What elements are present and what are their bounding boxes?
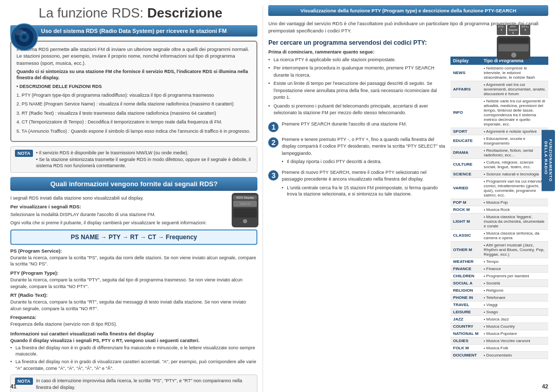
tipo-cell: • Educazione, scuola e insegnamento: [481, 135, 548, 147]
tipo-cell: • Telefonare: [481, 294, 548, 301]
title-main: Descrizione: [147, 5, 222, 21]
nota-box-1: NOTA • Il servizio RDS è disponibile per…: [10, 146, 257, 173]
table-row: DRAMA• Recitazione, fiction, serial radi…: [450, 147, 548, 158]
finestra-bullet-2: La finestra del display non è in grado d…: [10, 359, 257, 371]
table-row: SCIENCE• Scienze naturali e tecnologia: [450, 170, 548, 177]
nota-label-bottom: NOTA: [15, 378, 33, 385]
table-row: NEWS• Notiziario comprese le interviste,…: [450, 65, 548, 81]
display-cell: ROCK M: [450, 206, 481, 213]
display-cell: RELIGION: [450, 287, 481, 294]
display-cell: DRAMA: [450, 147, 481, 158]
step-3-text: Premere di nuovo PTY SEARCH, mentre il c…: [282, 169, 446, 183]
step-3-bullet: L'unità centrale cerca fra le 15 stazion…: [282, 185, 446, 198]
nota-text-bottom: In caso di interruzione improvvisa della…: [36, 378, 253, 390]
col1-header: Display: [450, 57, 481, 65]
right-content-split: •La ricerca PTY è applicabile solo alle …: [268, 57, 548, 359]
bullets-list: •La ricerca PTY è applicabile solo alle …: [268, 57, 446, 117]
num4-label: 4: [498, 28, 505, 31]
step-3: 3 Premere di nuovo PTY SEARCH, mentre il…: [268, 169, 446, 198]
display-cell: TRAVEL: [450, 301, 481, 308]
functions-list: 1. PTY (Program type-tipo di programma r…: [16, 92, 251, 135]
main-title: La funzione RDS: Descrizione: [39, 5, 257, 21]
display-cell: SPORT: [450, 128, 481, 135]
display-cell: NEWS: [450, 65, 481, 81]
steps-col: •La ricerca PTY è applicabile solo alle …: [268, 57, 446, 359]
table-row: WEATHER• Tempo: [450, 258, 548, 265]
finestra-bold: Quando il display visualizza i segnali P…: [10, 338, 257, 343]
table-row: OLDIES• Musica Vecchie canzoni: [450, 337, 548, 344]
formula-box: PS NAME → PTY → RT → CT → Frequency: [10, 229, 257, 245]
svg-point-3: [22, 35, 26, 39]
display-cell: EDUCATE: [450, 135, 481, 147]
tipo-cell: • Musica Popolare: [481, 330, 548, 337]
table-row: LIGHT M• Musica classica 'leggera', musi…: [450, 213, 548, 229]
freq-label: Frequenza:: [10, 314, 257, 320]
table-col: Display Tipo di Programma NEWS• Notiziar…: [450, 57, 548, 359]
function-5: 5. TA (Annuncio Traffico) : Quando espon…: [16, 128, 251, 135]
display-cell: CLASSIC: [450, 229, 481, 241]
tipo-cell: • Notiziario comprese le interviste, le …: [481, 65, 548, 81]
step-number-3: 3: [268, 170, 279, 181]
table-row: RELIGION• Religione: [450, 287, 548, 294]
page-number-left: 41: [10, 383, 16, 389]
bullet-4: •Quando si premono i pulsanti del teleco…: [268, 103, 446, 117]
right-header-bar: Visualizzazione della funzione PTY (Prog…: [268, 5, 548, 16]
tipo-cell: • Religione: [481, 287, 548, 294]
bullet-1: •La ricerca PTY è applicabile solo alle …: [268, 57, 446, 64]
display-cell: VARIED: [450, 177, 481, 199]
bold-note: Quando ci si sintonizza su una stazione …: [16, 68, 251, 81]
tipo-cell: • Programmi vari tra cui interviste, com…: [481, 177, 548, 199]
pty-remote-graphic: PTY- 4 PTY Search 5 PTY+ 6: [497, 25, 530, 60]
finestra-title: Informazioni sui caratteri visualizzati …: [10, 331, 257, 336]
table-row: JAZZ• Musica Jazz: [450, 315, 548, 323]
pty-label: PTY (Program Type):: [10, 270, 257, 276]
functions-title: • DESCRIZIONE DELLE FUNZIONI RDS: [16, 83, 251, 90]
display-cell: OTHER M: [450, 241, 481, 258]
table-row: DOCUMENT• Documentario: [450, 351, 548, 359]
tipo-cell: • Finance: [481, 265, 548, 272]
tipo-cell: • Società: [481, 279, 548, 287]
display-cell: COUNTRY: [450, 323, 481, 330]
tipo-cell: • Scienze naturali e tecnologia: [481, 170, 548, 177]
table-row: OTHER M• Altri generi musicali (Jazz, Rh…: [450, 241, 548, 258]
nota-text-1: • Il servizio RDS è disponibile per le t…: [36, 150, 253, 169]
right-panel: Visualizzazione della funzione PTY (Prog…: [263, 5, 553, 392]
table-row: EDUCATE• Educazione, scuola e insegnamen…: [450, 135, 548, 147]
selezionare-text: Selezionare la modalità DISPLAY durante …: [10, 211, 257, 218]
finestra-bullets: La finestra del display non è in grado d…: [10, 345, 257, 371]
main-title-area: La funzione RDS: Descrizione: [10, 5, 257, 21]
ps-text: Durante la ricerca, compare la scritta "…: [10, 255, 257, 268]
display-cell: LEISURE: [450, 308, 481, 315]
side-tab-line1: FUNZIONAMENTO: [548, 139, 553, 182]
display-cell: DOCUMENT: [450, 351, 481, 359]
display-cell: CULTURE: [450, 158, 481, 170]
table-row: CLASSIC• Musica classica sinfonica, da c…: [450, 229, 548, 241]
left-remote-graphic: RDS Display DISPLAY: [232, 193, 258, 227]
function-2: 2. PS NAME (Program Service Name) : visu…: [16, 101, 251, 108]
left-header-bar: Uso del sistema RDS (Radio Data System) …: [10, 25, 257, 37]
per-visualizzare: Per visualizzare i segnali RDS:: [10, 204, 257, 209]
table-row: PHONE IN• Telefonare: [450, 294, 548, 301]
display-cell: AFFAIRS: [450, 81, 481, 97]
display-cell: OLDIES: [450, 337, 481, 344]
finestra-bullet-1: La finestra del display non è in grado d…: [10, 345, 257, 358]
freq-text: Frequenza della stazione (servizio non d…: [10, 321, 257, 328]
pty-search-label: PTY Search: [509, 25, 517, 31]
tipo-cell: • Recitazione, fiction, serial radiofoni…: [481, 147, 548, 158]
tipo-cell: • Musica Jazz: [481, 315, 548, 323]
table-row: CULTURE• Cultura, religione, scienze soc…: [450, 158, 548, 170]
display-cell: PHONE IN: [450, 294, 481, 301]
tipo-cell: • Musica Pop: [481, 199, 548, 206]
pty-text: Durante la ricerca, compare la scritta "…: [10, 277, 257, 290]
table-row: CHILDREN• Programmi per bambini: [450, 272, 548, 279]
rt-label: RT (Radio Text):: [10, 292, 257, 298]
display-cell: INFO: [450, 97, 481, 128]
tipo-cell: • Programmi per bambini: [481, 272, 548, 279]
display-cell: POP M: [450, 199, 481, 206]
tipo-cell: • Musica Rock: [481, 206, 548, 213]
function-3: 3. RT (Radio Text) : visualizza il testo…: [16, 110, 251, 117]
table-row: COUNTRY• Musica Country: [450, 323, 548, 330]
display-cell: LIGHT M: [450, 213, 481, 229]
table-row: INFO• Notizie varie tra cui argomenti di…: [450, 97, 548, 128]
section2-intro: I segnali RDS inviati dalla stazione son…: [10, 195, 257, 202]
